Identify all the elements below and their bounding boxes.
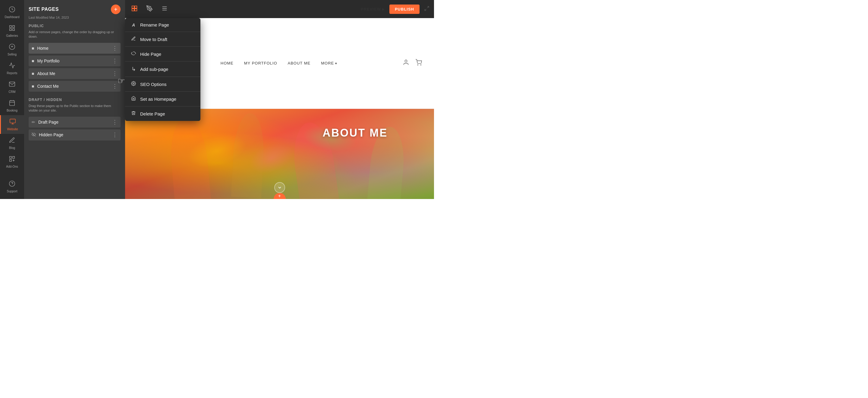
- page-name-hidden-page: Hidden Page: [39, 132, 118, 137]
- svg-rect-18: [135, 6, 137, 8]
- sidebar-item-blog[interactable]: Blog: [0, 134, 24, 153]
- page-item-about-me[interactable]: ■ About Me ⋮: [29, 68, 121, 79]
- page-item-my-portfolio[interactable]: ■ My Portfolio ⋮: [29, 56, 121, 66]
- page-menu-my-portfolio[interactable]: ⋮: [111, 57, 119, 65]
- toolbar-icons: [125, 5, 174, 13]
- sidebar-item-galleries[interactable]: Galleries: [0, 22, 24, 40]
- menu-item-label-rename: Rename Page: [140, 22, 169, 27]
- sidebar-item-crm[interactable]: CRM: [0, 78, 24, 96]
- menu-item-hide-page[interactable]: Hide Page: [125, 47, 200, 62]
- menu-item-add-subpage[interactable]: ↳ Add sub-page: [125, 62, 200, 77]
- top-bar: PREVIEW PUBLISH: [125, 0, 434, 18]
- booking-icon: [9, 99, 16, 108]
- addons-icon: [9, 156, 16, 164]
- preview-button[interactable]: PREVIEW: [361, 7, 385, 11]
- page-name-about-me: About Me: [37, 71, 118, 76]
- svg-rect-3: [10, 29, 11, 30]
- sidebar-item-reports[interactable]: Reports: [0, 59, 24, 78]
- page-menu-about-me[interactable]: ⋮: [111, 70, 119, 78]
- sidebar-item-label-dashboard: Dashboard: [5, 16, 20, 19]
- page-icon-home: ■: [32, 46, 34, 51]
- svg-rect-19: [132, 8, 134, 10]
- menu-item-label-delete-page: Delete Page: [140, 111, 165, 116]
- publish-button[interactable]: PUBLISH: [390, 4, 420, 14]
- selling-icon: [9, 43, 16, 52]
- sidebar-item-website[interactable]: Website: [0, 115, 24, 134]
- menu-item-rename[interactable]: A Rename Page: [125, 18, 200, 32]
- page-item-contact-me[interactable]: ■ Contact Me ⋮: [29, 81, 121, 92]
- menu-item-seo-options[interactable]: SEO Options: [125, 77, 200, 92]
- sidebar-item-addons[interactable]: Add-Ons: [0, 153, 24, 171]
- svg-point-29: [421, 65, 421, 65]
- sidebar-item-selling[interactable]: Selling: [0, 40, 24, 59]
- nav-link-portfolio[interactable]: MY PORTFOLIO: [244, 61, 277, 65]
- svg-rect-1: [10, 26, 11, 27]
- sidebar-nav: Dashboard Galleries Selling Reports CRM …: [0, 0, 24, 199]
- nav-link-home[interactable]: HOME: [221, 61, 234, 65]
- website-nav-links: HOME MY PORTFOLIO ABOUT ME MORE: [221, 61, 338, 65]
- page-menu-draft-page[interactable]: ⋮: [111, 118, 119, 126]
- add-subpage-icon: ↳: [130, 66, 136, 72]
- menu-item-label-seo-options: SEO Options: [140, 82, 167, 87]
- page-menu-contact-me[interactable]: ⋮: [111, 82, 119, 90]
- hero-area: ABOUT ME +: [125, 109, 434, 199]
- last-modified-label: Last Modified Mar 14, 2023: [29, 16, 121, 19]
- svg-rect-6: [10, 101, 15, 106]
- design-tool-icon[interactable]: [146, 5, 153, 13]
- page-item-hidden-page[interactable]: Hidden Page ⋮: [29, 129, 121, 141]
- add-page-button[interactable]: +: [111, 4, 121, 14]
- page-name-my-portfolio: My Portfolio: [37, 59, 118, 63]
- context-menu: A Rename Page Move to Draft Hide Page ↳ …: [125, 18, 200, 121]
- website-icon: [9, 118, 16, 126]
- sidebar-item-label-website: Website: [7, 127, 18, 131]
- page-menu-home[interactable]: ⋮: [111, 44, 119, 52]
- svg-point-27: [405, 60, 407, 62]
- sidebar-item-label-booking: Booking: [7, 109, 18, 112]
- svg-point-16: [133, 83, 134, 84]
- svg-point-28: [417, 65, 418, 65]
- svg-rect-10: [10, 119, 15, 123]
- page-name-home: Home: [37, 46, 118, 51]
- settings-tool-icon[interactable]: [161, 5, 168, 13]
- menu-item-label-add-subpage: Add sub-page: [140, 67, 168, 72]
- svg-rect-12: [13, 156, 14, 158]
- sidebar-item-booking[interactable]: Booking: [0, 96, 24, 115]
- blog-icon: [9, 137, 16, 145]
- reports-icon: [9, 62, 16, 70]
- svg-rect-4: [13, 29, 14, 30]
- svg-rect-2: [13, 26, 14, 27]
- user-icon[interactable]: [403, 59, 409, 67]
- draft-section-desc: Drag these pages up to the Public sectio…: [29, 104, 121, 113]
- public-section-desc: Add or remove pages, change the order by…: [29, 30, 121, 39]
- page-item-draft-page[interactable]: ✏ Draft Page ⋮: [29, 117, 121, 127]
- page-icon-hidden-page: [32, 132, 36, 137]
- menu-item-move-to-draft[interactable]: Move to Draft: [125, 32, 200, 47]
- sidebar-item-support[interactable]: Support: [0, 177, 24, 196]
- expand-button[interactable]: [424, 6, 430, 13]
- page-icon-about-me: ■: [32, 71, 34, 76]
- cart-icon[interactable]: [415, 59, 422, 67]
- menu-item-set-homepage[interactable]: Set as Homepage: [125, 92, 200, 106]
- support-icon: [9, 180, 16, 188]
- hide-page-icon: [130, 51, 136, 57]
- svg-rect-13: [10, 159, 11, 161]
- svg-rect-20: [135, 8, 137, 10]
- sidebar-item-label-selling: Selling: [7, 53, 17, 56]
- draft-section: DRAFT / HIDDEN Drag these pages up to th…: [29, 98, 121, 141]
- nav-link-about[interactable]: ABOUT ME: [288, 61, 311, 65]
- crm-icon: [9, 81, 16, 89]
- sidebar-item-dashboard[interactable]: Dashboard: [0, 3, 24, 22]
- sidebar-item-label-support: Support: [7, 190, 17, 193]
- scroll-down-indicator[interactable]: [274, 182, 285, 193]
- sidebar-item-label-crm: CRM: [9, 90, 16, 93]
- hero-about-me-overlay: ABOUT ME: [322, 127, 388, 139]
- pages-tool-icon[interactable]: [131, 5, 138, 13]
- page-icon-draft-page: ✏: [32, 120, 35, 125]
- top-right-actions: PREVIEW PUBLISH: [361, 4, 434, 14]
- nav-link-more[interactable]: MORE: [321, 61, 337, 65]
- sidebar-item-label-addons: Add-Ons: [6, 165, 18, 168]
- menu-item-delete-page[interactable]: Delete Page: [125, 106, 200, 121]
- page-menu-hidden-page[interactable]: ⋮: [111, 131, 119, 139]
- move-to-draft-icon: [130, 36, 136, 42]
- page-item-home[interactable]: ■ Home ⋮: [29, 43, 121, 54]
